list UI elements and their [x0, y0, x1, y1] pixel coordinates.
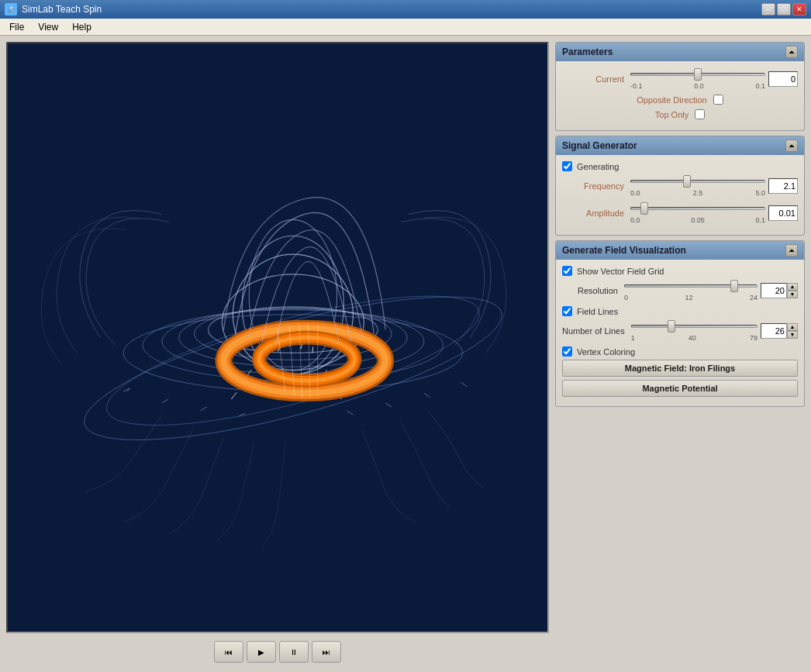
frequency-slider-track[interactable] [630, 174, 765, 188]
frequency-slider-labels: 0.0 2.5 5.0 [630, 189, 765, 197]
opposite-direction-checkbox[interactable] [713, 95, 723, 105]
num-lines-row: Number of Lines 1 40 79 [562, 319, 798, 342]
menu-view[interactable]: View [32, 20, 64, 34]
resolution-spinbox: ▲ ▼ [761, 283, 798, 298]
window-title: SimLab Teach Spin [22, 4, 102, 15]
field-lines-label: Field Lines [577, 307, 618, 316]
parameters-header: Parameters ⏶ [556, 43, 804, 61]
amplitude-slider-container: 0.0 0.05 0.1 [630, 202, 765, 224]
num-lines-decrement-button[interactable]: ▼ [787, 331, 798, 339]
frequency-slider-bg [630, 180, 765, 183]
iron-filings-button[interactable]: Magnetic Field: Iron Filings [562, 360, 798, 377]
resolution-slider-container: 0 12 24 [624, 279, 758, 302]
top-only-row: Top Only [562, 109, 798, 119]
vertex-coloring-row: Vertex Coloring [562, 346, 798, 357]
frequency-value-input[interactable] [768, 178, 798, 194]
step-back-icon: ⏮ [225, 648, 233, 656]
playback-controls: ⏮ ▶ ⏸ ⏭ [6, 638, 549, 666]
main-container: ⏮ ▶ ⏸ ⏭ Parameters ⏶ Curren [0, 36, 811, 672]
amplitude-slider-labels: 0.0 0.05 0.1 [630, 216, 765, 224]
show-vector-field-label: Show Vector Field Grid [577, 267, 664, 276]
menu-help[interactable]: Help [66, 20, 98, 34]
amplitude-slider-thumb[interactable] [640, 202, 648, 215]
resolution-slider-bg [624, 284, 758, 288]
top-only-checkbox[interactable] [695, 109, 705, 119]
num-lines-slider-bg [631, 325, 758, 328]
resolution-slider-labels: 0 12 24 [624, 294, 758, 302]
rewind-button[interactable]: ⏭ [312, 641, 341, 663]
window-controls: ─ □ ✕ [761, 3, 806, 16]
generating-label: Generating [577, 162, 619, 171]
menu-bar: File View Help [0, 19, 811, 36]
viewport-panel: ⏮ ▶ ⏸ ⏭ [6, 42, 549, 666]
magnetic-potential-button[interactable]: Magnetic Potential [562, 380, 798, 397]
signal-generator-body: Generating Frequency 0.0 2.5 [556, 155, 804, 235]
opposite-direction-row: Opposite Direction [562, 95, 798, 105]
right-panel: Parameters ⏶ Current -0.1 [555, 42, 805, 666]
show-vector-field-row: Show Vector Field Grid [562, 266, 798, 276]
field-viz-title: Generate Field Visualization [562, 245, 686, 256]
3d-viewport[interactable] [6, 42, 549, 633]
field-lines-row: Field Lines [562, 306, 798, 316]
field-viz-collapse-button[interactable]: ⏶ [785, 244, 798, 257]
step-back-button[interactable]: ⏮ [214, 641, 243, 663]
close-button[interactable]: ✕ [792, 3, 806, 16]
pause-icon: ⏸ [290, 648, 298, 656]
current-slider-labels: -0.1 0.0 0.1 [630, 82, 765, 90]
resolution-value-input[interactable] [761, 283, 787, 298]
maximize-button[interactable]: □ [777, 3, 791, 16]
play-icon: ▶ [258, 648, 264, 656]
field-viz-header: Generate Field Visualization ⏶ [556, 241, 804, 260]
rewind-icon: ⏭ [323, 648, 330, 656]
amplitude-slider-track[interactable] [630, 202, 765, 215]
amplitude-value-input[interactable] [768, 205, 798, 221]
num-lines-slider-container: 1 40 79 [631, 319, 758, 342]
top-only-label: Top Only [655, 110, 688, 119]
num-lines-label: Number of Lines [562, 326, 625, 336]
frequency-row: Frequency 0.0 2.5 5.0 [562, 174, 798, 197]
resolution-slider-thumb[interactable] [730, 280, 738, 292]
resolution-spinbox-buttons: ▲ ▼ [787, 283, 798, 298]
amplitude-slider-bg [630, 207, 765, 210]
signal-generator-header: Signal Generator ⏶ [556, 136, 804, 155]
signal-generator-section: Signal Generator ⏶ Generating Frequency [555, 136, 805, 236]
parameters-section: Parameters ⏶ Current -0.1 [555, 42, 805, 131]
field-viz-body: Show Vector Field Grid Resolution 0 1 [556, 260, 804, 406]
menu-file[interactable]: File [3, 20, 30, 34]
resolution-label: Resolution [562, 286, 618, 295]
num-lines-spinbox: ▲ ▼ [761, 323, 798, 339]
minimize-button[interactable]: ─ [761, 3, 775, 16]
vertex-coloring-label: Vertex Coloring [577, 347, 635, 357]
title-bar: 🔬 SimLab Teach Spin ─ □ ✕ [0, 0, 811, 19]
field-lines-checkbox[interactable] [562, 306, 572, 316]
frequency-label: Frequency [562, 181, 624, 191]
show-vector-field-checkbox[interactable] [562, 266, 572, 276]
parameters-title: Parameters [562, 47, 613, 57]
resolution-slider-track[interactable] [624, 279, 758, 293]
amplitude-row: Amplitude 0.0 0.05 0.1 [562, 202, 798, 224]
num-lines-slider-thumb[interactable] [668, 320, 675, 333]
current-slider-track[interactable] [630, 67, 765, 81]
current-value-input[interactable] [768, 71, 798, 87]
pause-button[interactable]: ⏸ [279, 641, 309, 663]
num-lines-increment-button[interactable]: ▲ [787, 323, 798, 331]
opposite-direction-label: Opposite Direction [637, 95, 707, 105]
num-lines-slider-track[interactable] [631, 319, 758, 333]
current-slider-bg [630, 73, 765, 76]
current-label: Current [562, 74, 624, 84]
current-slider-thumb[interactable] [694, 68, 702, 81]
frequency-slider-thumb[interactable] [683, 175, 691, 188]
app-icon: 🔬 [5, 3, 17, 16]
parameters-collapse-button[interactable]: ⏶ [785, 46, 798, 58]
resolution-decrement-button[interactable]: ▼ [787, 291, 798, 298]
generating-row: Generating [562, 161, 798, 171]
amplitude-label: Amplitude [562, 208, 624, 218]
generating-checkbox[interactable] [562, 161, 572, 171]
play-button[interactable]: ▶ [247, 641, 276, 663]
signal-generator-collapse-button[interactable]: ⏶ [785, 140, 798, 152]
vertex-coloring-checkbox[interactable] [562, 346, 572, 357]
resolution-increment-button[interactable]: ▲ [787, 283, 798, 291]
current-slider-container: -0.1 0.0 0.1 [630, 67, 765, 90]
parameters-body: Current -0.1 0.0 0.1 [556, 61, 804, 130]
num-lines-value-input[interactable] [761, 323, 787, 339]
